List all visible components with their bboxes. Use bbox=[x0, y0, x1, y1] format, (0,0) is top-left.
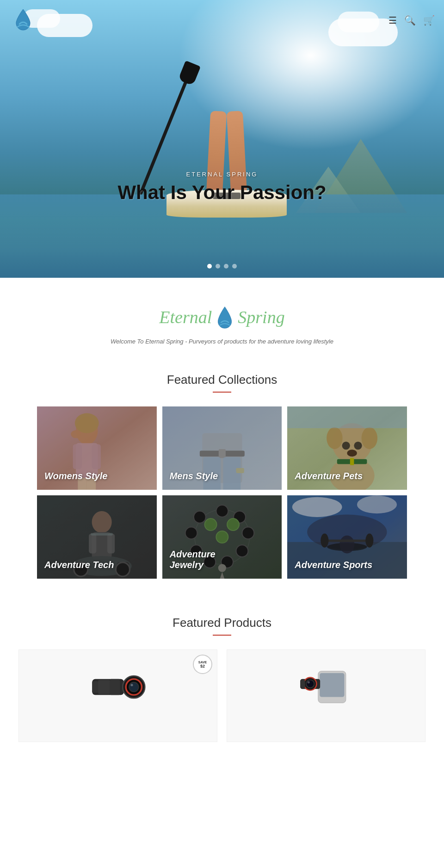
site-header: ☰ 🔍 🛒 bbox=[0, 0, 444, 41]
cart-icon[interactable]: 🛒 bbox=[423, 15, 435, 26]
featured-products-section: Featured Products SAVE $2 bbox=[0, 606, 444, 761]
svg-rect-69 bbox=[92, 681, 98, 693]
dot-1[interactable] bbox=[207, 264, 212, 269]
products-grid: SAVE $2 bbox=[18, 649, 426, 742]
brand-drop-icon bbox=[216, 306, 234, 329]
menu-icon[interactable]: ☰ bbox=[388, 15, 397, 26]
svg-point-78 bbox=[308, 681, 310, 683]
dot-4[interactable] bbox=[232, 264, 237, 269]
svg-point-77 bbox=[306, 680, 314, 688]
brand-tagline: Welcome To Eternal Spring - Purveyors of… bbox=[9, 338, 435, 345]
collection-adventure-tech[interactable]: Adventure Tech bbox=[37, 495, 157, 579]
search-icon[interactable]: 🔍 bbox=[404, 15, 416, 26]
brand-logo: Eternal Spring bbox=[9, 306, 435, 329]
hero-title: What Is Your Passion? bbox=[117, 181, 326, 204]
collection-label-pets: Adventure Pets bbox=[295, 471, 363, 481]
brand-name-left: Eternal bbox=[159, 307, 212, 327]
collection-label-womens: Womens Style bbox=[44, 471, 107, 481]
logo[interactable] bbox=[9, 6, 37, 35]
header-nav-icons: ☰ 🔍 🛒 bbox=[388, 15, 435, 26]
collection-mens-style[interactable]: Mens Style bbox=[162, 406, 282, 490]
product-card-1[interactable]: SAVE $2 bbox=[18, 649, 217, 742]
product-image-1 bbox=[90, 659, 146, 715]
collections-grid: Womens Style bbox=[0, 406, 444, 579]
brand-section: Eternal Spring Welcome To Eternal Spring… bbox=[0, 278, 444, 363]
hero-section: ETERNAL SPRING What Is Your Passion? bbox=[0, 0, 444, 278]
products-title: Featured Products bbox=[18, 606, 426, 630]
brand-name-right: Spring bbox=[238, 307, 284, 327]
svg-point-67 bbox=[129, 682, 139, 692]
collection-label-jewelry: AdventureJewelry bbox=[170, 549, 216, 570]
svg-rect-74 bbox=[320, 673, 344, 697]
collection-label-sports: Adventure Sports bbox=[295, 560, 372, 570]
svg-rect-71 bbox=[110, 679, 120, 695]
featured-collections-section: Featured Collections bbox=[0, 363, 444, 579]
collection-adventure-sports[interactable]: Adventure Sports bbox=[287, 495, 407, 579]
products-divider bbox=[213, 635, 231, 636]
collections-title: Featured Collections bbox=[0, 363, 444, 387]
svg-rect-70 bbox=[98, 680, 110, 694]
hero-subtitle: ETERNAL SPRING bbox=[117, 171, 326, 178]
collection-adventure-pets[interactable]: Adventure Pets bbox=[287, 406, 407, 490]
collection-label-tech: Adventure Tech bbox=[44, 560, 114, 570]
collections-divider bbox=[213, 392, 231, 393]
collection-adventure-jewelry[interactable]: AdventureJewelry bbox=[162, 495, 282, 579]
hero-text-block: ETERNAL SPRING What Is Your Passion? bbox=[117, 171, 326, 204]
product-card-2[interactable] bbox=[227, 649, 426, 742]
svg-rect-79 bbox=[300, 680, 305, 688]
dot-3[interactable] bbox=[224, 264, 228, 269]
collection-label-mens: Mens Style bbox=[170, 471, 218, 481]
dot-2[interactable] bbox=[216, 264, 220, 269]
product-image-2 bbox=[298, 659, 354, 715]
collection-womens-style[interactable]: Womens Style bbox=[37, 406, 157, 490]
svg-point-68 bbox=[130, 684, 133, 686]
save-badge-1: SAVE $2 bbox=[193, 655, 212, 674]
hero-carousel-dots bbox=[207, 264, 237, 269]
